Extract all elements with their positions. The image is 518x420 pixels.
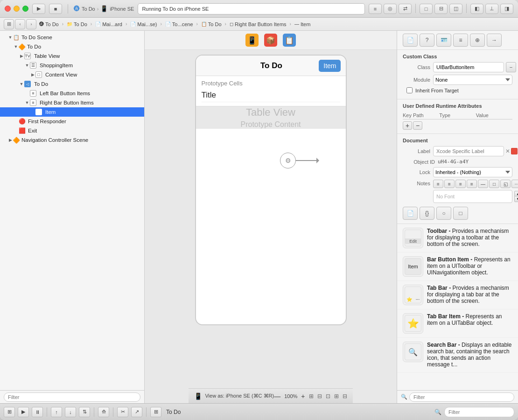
font-size-down[interactable]: ▼ xyxy=(514,196,518,202)
insp-tab-quick-help[interactable]: ? xyxy=(420,34,434,47)
nav-item-right-bbi[interactable]: ≡ Right Bar Button Items xyxy=(0,98,144,107)
debug-button[interactable]: ⊥ xyxy=(485,4,498,14)
insp-tab-file[interactable]: 📄 xyxy=(403,34,418,47)
assistant-editor-button[interactable]: ⊟ xyxy=(434,4,448,14)
nav-item-nav-ctrl-scene[interactable]: 🔶 Navigation Controller Scene xyxy=(0,135,144,145)
canvas-icon-5[interactable]: ⊟ xyxy=(343,393,347,399)
disclosure-todo-scene[interactable] xyxy=(7,35,13,40)
notes-link[interactable]: ◱ xyxy=(500,180,511,188)
bt-pause-button[interactable]: ⏸ xyxy=(32,407,43,417)
inherit-checkbox[interactable] xyxy=(406,87,413,93)
iphone-nav-button[interactable]: Item xyxy=(319,60,341,72)
disclosure-shopping-item[interactable] xyxy=(24,63,30,68)
nav-item-content-view[interactable]: □ Content View xyxy=(0,70,144,79)
library-item-tab-bar[interactable]: ⭐ ··· Tab Bar - Provides a mechanism for… xyxy=(397,281,518,309)
inspector-filter-input[interactable] xyxy=(409,392,514,402)
bt-grid-2-button[interactable]: ⊞ xyxy=(150,407,161,417)
back-forward-button[interactable]: ⇄ xyxy=(399,4,412,14)
lock-select[interactable]: Inherited - (Nothing) xyxy=(433,167,512,177)
font-size-up[interactable]: ▲ xyxy=(514,191,518,196)
navigator-filter-input[interactable] xyxy=(4,392,140,402)
notes-dash[interactable]: — xyxy=(478,180,488,188)
class-remove-button[interactable]: − xyxy=(506,62,516,72)
canvas-icon-4[interactable]: ⊞ xyxy=(334,393,339,399)
library-item-bar-button[interactable]: Item Bar Button Item - Represents an ite… xyxy=(397,252,518,281)
insp-tab-connections[interactable]: → xyxy=(487,34,502,47)
notes-justify[interactable]: ≡ xyxy=(467,180,477,188)
module-select[interactable]: None xyxy=(433,75,512,85)
bt-arrow-up-button[interactable]: ⟰ xyxy=(98,407,109,417)
bt-filter-input[interactable] xyxy=(444,407,514,417)
nav-item-todo-vc[interactable]: 🔶 To Do xyxy=(0,42,144,51)
library-item-toolbar[interactable]: Edit Toolbar - Provides a mechanism for … xyxy=(397,224,518,252)
version-editor-button[interactable]: ◫ xyxy=(449,4,462,14)
vc-icon-blue[interactable]: 📋 xyxy=(283,34,296,47)
doc-btn-square[interactable]: □ xyxy=(453,207,468,220)
nav-back-button[interactable]: ⊞ xyxy=(4,19,14,29)
bt-swap-button[interactable]: ⇅ xyxy=(79,407,90,417)
disclosure-todo-navitem[interactable] xyxy=(19,81,24,87)
zoom-plus-button[interactable]: + xyxy=(301,392,305,400)
bc-right-bbi[interactable]: ◻Right Bar Button Items xyxy=(228,21,288,28)
close-button[interactable] xyxy=(5,6,11,12)
stop-button[interactable]: ■ xyxy=(49,4,62,14)
navigator-button[interactable]: ◧ xyxy=(470,4,483,14)
notes-more[interactable]: ··· xyxy=(511,180,518,188)
class-input[interactable] xyxy=(433,62,504,72)
notes-align-right[interactable]: ≡ xyxy=(455,180,466,188)
bt-grid-button[interactable]: ⊞ xyxy=(4,407,15,417)
nav-forward-button-bc[interactable]: ‹ xyxy=(15,19,25,29)
minimize-button[interactable] xyxy=(14,6,20,12)
nav-item-todo-navitem[interactable]: ◁ To Do xyxy=(0,79,144,89)
nav-forward-button-bc2[interactable]: › xyxy=(26,19,36,29)
label-input[interactable] xyxy=(433,146,504,156)
insp-tab-attributes[interactable]: ≡ xyxy=(453,34,468,47)
issue-navigator-button[interactable]: ◎ xyxy=(384,4,397,14)
nav-item-item[interactable]: — Item xyxy=(0,107,144,117)
color-clear[interactable]: ✕ xyxy=(505,148,510,154)
disclosure-content-view[interactable] xyxy=(30,72,35,77)
bt-share-button[interactable]: ↗ xyxy=(131,407,142,417)
doc-btn-page[interactable]: 📄 xyxy=(403,207,418,220)
utilities-button[interactable]: ◨ xyxy=(500,4,513,14)
notes-align-left[interactable]: ≡ xyxy=(433,180,443,188)
bc-todo-nav[interactable]: 📋To Do xyxy=(199,21,224,28)
bc-mai-se[interactable]: 📄Mai...se) xyxy=(128,21,159,28)
bt-up-button[interactable]: ↑ xyxy=(51,407,62,417)
standard-editor-button[interactable]: □ xyxy=(420,4,433,14)
vc-icon-red[interactable]: 📦 xyxy=(264,34,277,47)
udra-remove-button[interactable]: − xyxy=(413,121,422,130)
fit-button[interactable]: ⊞ xyxy=(309,393,314,399)
bc-todo-app[interactable]: 🅐To Do xyxy=(37,21,61,28)
maximize-button[interactable] xyxy=(22,6,28,12)
nav-item-todo-scene[interactable]: 📋 To Do Scene xyxy=(0,33,144,42)
bt-down-button[interactable]: ↓ xyxy=(65,407,76,417)
canvas-icon-3[interactable]: ⊡ xyxy=(326,393,330,399)
insp-tab-size[interactable]: ⊕ xyxy=(470,34,485,47)
notes-img[interactable]: □ xyxy=(489,180,499,188)
vc-icon-orange[interactable]: 📱 xyxy=(245,34,259,47)
library-item-tab-bar-item[interactable]: ⭐ Tab Bar Item - Represents an item on a… xyxy=(397,309,518,338)
font-input[interactable]: No Font xyxy=(433,190,512,203)
bc-item-active[interactable]: —Item xyxy=(293,21,312,28)
nav-item-table-view[interactable]: TV Table View xyxy=(0,51,144,61)
color-red[interactable] xyxy=(511,148,518,154)
nav-item-first-responder[interactable]: 🔴 First Responder xyxy=(0,117,144,126)
zoom-minus-button[interactable]: — xyxy=(274,392,280,400)
editor-toggle-button[interactable]: ≡ xyxy=(369,4,382,14)
library-item-search-bar[interactable]: 🔍 Search Bar - Displays an editable sear… xyxy=(397,338,518,373)
doc-btn-code[interactable]: {} xyxy=(420,207,434,220)
insp-tab-identity[interactable]: 🪪 xyxy=(436,34,451,47)
doc-btn-circle[interactable]: ○ xyxy=(436,207,451,220)
nav-item-left-bbi[interactable]: ≡ Left Bar Button Items xyxy=(0,89,144,98)
disclosure-table-view[interactable] xyxy=(19,53,24,59)
udra-add-button[interactable]: + xyxy=(403,121,412,130)
bc-mai-ard[interactable]: 📄Mai...ard xyxy=(93,21,124,28)
nav-item-shopping-item[interactable]: ☰ ShoppingItem xyxy=(0,61,144,70)
disclosure-right-bbi[interactable] xyxy=(24,100,30,105)
bt-play-button[interactable]: ▶ xyxy=(18,407,29,417)
play-button[interactable]: ▶ xyxy=(32,4,45,14)
bc-to-cene[interactable]: 📄To...cene xyxy=(163,21,195,28)
bc-todo-folder[interactable]: 📁To Do xyxy=(65,21,89,28)
nav-item-exit[interactable]: 🟥 Exit xyxy=(0,126,144,135)
